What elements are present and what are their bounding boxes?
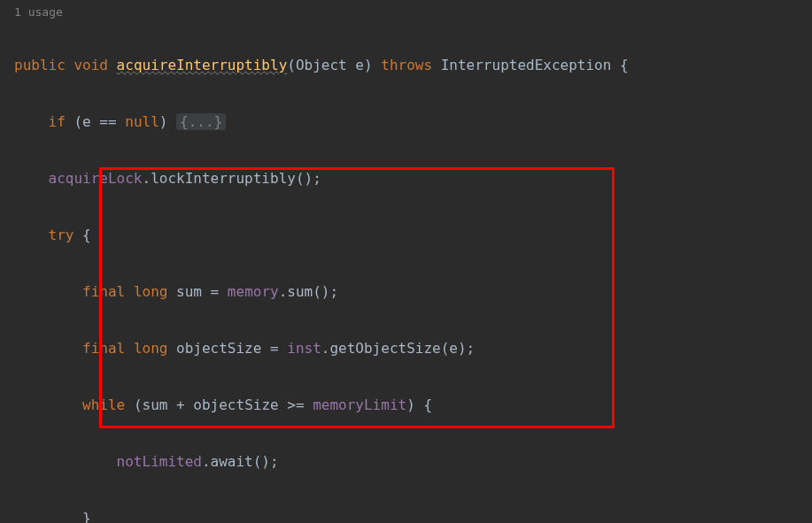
field-ref: notLimited (117, 453, 202, 470)
keyword-null: null (125, 113, 159, 130)
dot: . (321, 340, 330, 357)
keyword-final: final (82, 283, 125, 300)
dot: . (143, 170, 151, 187)
keyword-public: public (14, 57, 66, 73)
method-name: acquireInterruptibly (117, 57, 288, 73)
operator: >= (279, 396, 313, 413)
code-line: final long objectSize = inst.getObjectSi… (14, 335, 812, 363)
brace: } (82, 510, 91, 523)
brace: { (620, 57, 629, 73)
identifier: sum (143, 396, 168, 413)
code-line: acquireLock.lockInterruptibly(); (14, 165, 812, 193)
code-line: if (e == null) {...} (14, 108, 812, 136)
paren: ) { (406, 396, 432, 413)
fold-region[interactable]: {...} (176, 113, 226, 130)
code-line: } (14, 504, 812, 523)
method-call: await (211, 453, 253, 470)
code-line: try { (14, 221, 812, 250)
param-type: Object (296, 57, 347, 73)
paren: ( (287, 57, 296, 73)
dot: . (279, 283, 288, 300)
field-ref: acquireLock (49, 170, 143, 187)
argument: e (449, 340, 458, 357)
paren: (); (296, 170, 321, 187)
keyword-throws: throws (381, 57, 432, 73)
paren: ) (364, 57, 373, 73)
paren: ( (134, 396, 143, 413)
operator: + (167, 396, 193, 413)
method-call: lockInterruptibly (151, 170, 296, 187)
method-call: sum (287, 283, 313, 300)
code-line: while (sum + objectSize >= memoryLimit) … (14, 391, 812, 419)
identifier: objectSize (193, 396, 278, 413)
operator: = (202, 283, 228, 300)
exception-type: InterruptedException (441, 57, 612, 73)
keyword-long: long (134, 340, 168, 357)
keyword-try: try (49, 227, 74, 243)
code-line: final long sum = memory.sum(); (14, 278, 812, 306)
paren: ( (441, 340, 450, 357)
keyword-final: final (82, 340, 125, 357)
variable: objectSize (176, 340, 261, 357)
dot: . (202, 453, 211, 470)
code-editor[interactable]: public void acquireInterruptibly(Object … (14, 23, 812, 523)
variable: sum (176, 283, 202, 300)
code-line: notLimited.await(); (14, 448, 812, 476)
field-ref: inst (287, 340, 321, 357)
code-line: public void acquireInterruptibly(Object … (14, 51, 812, 80)
paren: (); (253, 453, 279, 470)
identifier: e (82, 113, 91, 130)
keyword-if: if (49, 113, 66, 130)
keyword-void: void (73, 57, 108, 73)
usage-hint[interactable]: 1 usage (14, 4, 812, 21)
operator: == (99, 113, 116, 130)
operator: = (261, 340, 287, 357)
brace: { (82, 227, 91, 243)
param-name: e (355, 57, 364, 73)
method-call: getObjectSize (329, 340, 440, 357)
paren: ); (458, 340, 475, 357)
paren: ) (159, 113, 168, 130)
keyword-while: while (82, 396, 125, 413)
paren: (); (313, 283, 338, 300)
keyword-long: long (134, 283, 168, 300)
field-ref: memory (228, 283, 279, 300)
field-ref: memoryLimit (313, 396, 406, 413)
paren: ( (73, 113, 82, 130)
